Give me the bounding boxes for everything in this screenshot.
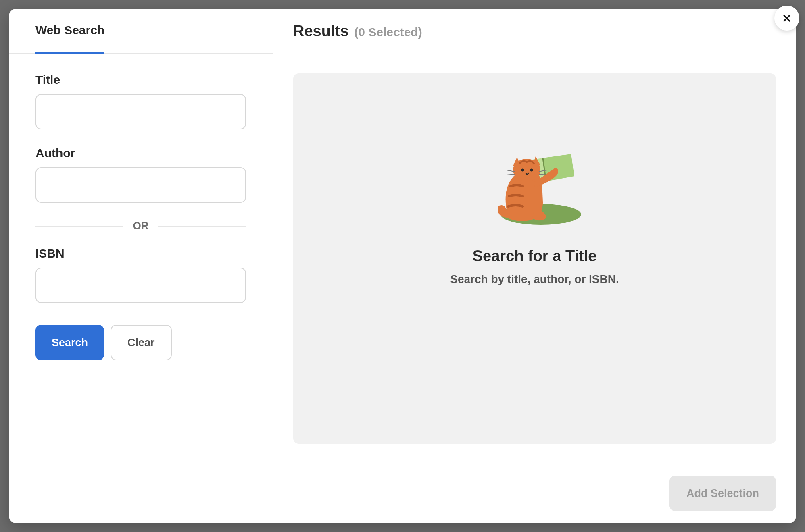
or-label: OR	[133, 220, 149, 232]
svg-point-3	[521, 169, 524, 172]
isbn-field-group: ISBN	[35, 247, 246, 303]
results-panel: Results (0 Selected)	[273, 9, 796, 523]
search-form-panel: Web Search Title Author OR ISBN Searc	[9, 9, 273, 523]
add-selection-button[interactable]: Add Selection	[669, 476, 776, 511]
divider-line	[158, 226, 246, 227]
title-input[interactable]	[35, 94, 246, 129]
empty-state-title: Search for a Title	[473, 247, 597, 265]
isbn-label: ISBN	[35, 247, 246, 260]
title-field-group: Title	[35, 73, 246, 129]
search-modal: Web Search Title Author OR ISBN Searc	[9, 9, 796, 523]
form-button-row: Search Clear	[35, 325, 246, 360]
results-body: Search for a Title Search by title, auth…	[273, 54, 796, 463]
search-form: Title Author OR ISBN Search Clear	[9, 54, 273, 380]
title-label: Title	[35, 73, 246, 87]
svg-line-6	[507, 174, 515, 175]
divider-line	[35, 226, 123, 227]
author-input[interactable]	[35, 167, 246, 203]
search-button[interactable]: Search	[35, 325, 104, 360]
results-selected-count: (0 Selected)	[354, 25, 422, 39]
svg-point-4	[530, 169, 533, 172]
or-divider: OR	[35, 220, 246, 232]
close-button[interactable]	[774, 6, 799, 31]
cat-reading-icon	[486, 142, 583, 228]
author-label: Author	[35, 146, 246, 160]
empty-state-subtitle: Search by title, author, or ISBN.	[450, 273, 619, 286]
results-title: Results	[293, 23, 348, 40]
results-header: Results (0 Selected)	[273, 9, 796, 54]
tab-bar: Web Search	[9, 9, 273, 54]
empty-state: Search for a Title Search by title, auth…	[293, 73, 776, 444]
clear-button[interactable]: Clear	[111, 325, 172, 360]
results-footer: Add Selection	[273, 463, 796, 523]
author-field-group: Author	[35, 146, 246, 203]
tab-web-search[interactable]: Web Search	[35, 9, 104, 54]
isbn-input[interactable]	[35, 268, 246, 303]
close-icon	[782, 13, 792, 23]
